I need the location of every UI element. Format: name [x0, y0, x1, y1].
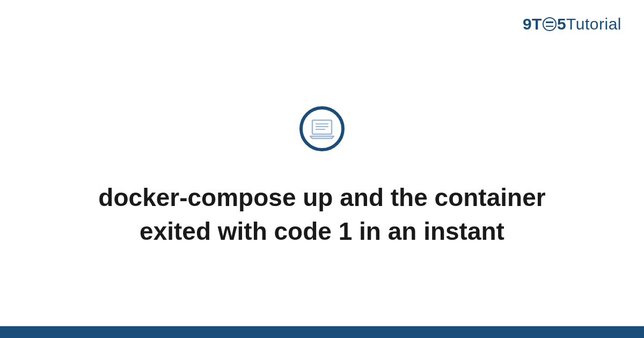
- main-content: docker-compose up and the container exit…: [0, 0, 644, 338]
- article-title: docker-compose up and the container exit…: [64, 181, 580, 247]
- laptop-icon: [299, 106, 345, 151]
- laptop-svg-icon: [309, 118, 335, 139]
- footer-accent-bar: [0, 326, 644, 338]
